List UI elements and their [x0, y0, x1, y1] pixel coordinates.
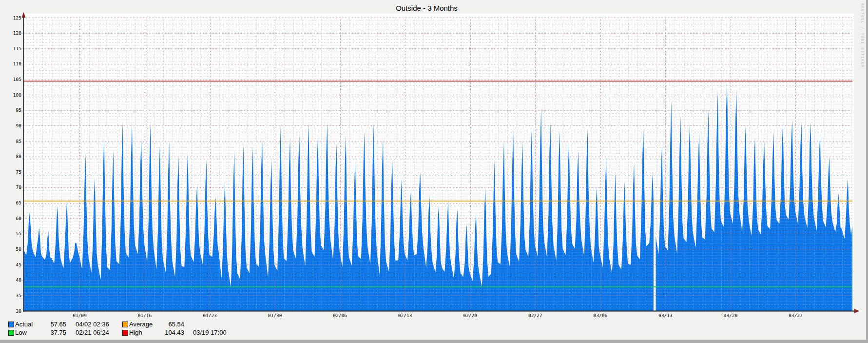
y-tick-label: 35 [16, 293, 21, 298]
x-tick-label: 03/13 [658, 313, 673, 318]
legend-value-average: 65.54 [145, 321, 184, 328]
x-tick-label: 03/06 [594, 313, 608, 318]
x-tick-label: 03/20 [724, 313, 738, 318]
legend-swatch-low [8, 330, 14, 336]
y-tick-label: 90 [16, 123, 22, 128]
legend-value-high: 104.43 [145, 329, 184, 336]
legend-swatch-high [122, 330, 128, 336]
rrdtool-watermark: RRDTOOL / TOBI OETIKER [860, 3, 865, 68]
y-tick-label: 100 [13, 92, 21, 98]
window-bottom-edge [0, 340, 868, 343]
legend: Actual57.6504/02 02:36Average65.54Low37.… [0, 320, 263, 340]
y-tick-label: 85 [16, 139, 21, 144]
y-tick-label: 50 [16, 246, 22, 252]
y-tick-label: 80 [16, 154, 22, 159]
legend-time-high: 03/19 17:00 [193, 329, 227, 336]
x-tick-label: 01/16 [138, 313, 152, 318]
y-tick-label: 30 [16, 308, 22, 314]
legend-value-low: 37.75 [32, 329, 66, 336]
y-tick-label: 55 [16, 231, 21, 236]
y-tick-label: 95 [16, 107, 21, 113]
legend-label-low: Low [15, 329, 27, 336]
legend-time-low: 02/21 06:24 [76, 329, 109, 336]
y-tick-label: 105 [13, 77, 21, 82]
legend-time-actual: 04/02 02:36 [76, 321, 109, 328]
y-tick-label: 125 [13, 15, 21, 20]
x-tick-label: 01/30 [268, 313, 282, 318]
legend-swatch-actual [8, 322, 14, 327]
y-tick-label: 70 [16, 184, 22, 190]
legend-label-actual: Actual [15, 321, 33, 328]
x-tick-label: 01/09 [73, 313, 87, 318]
y-tick-label: 45 [16, 262, 21, 267]
y-tick-label: 115 [13, 46, 21, 51]
x-tick-label: 02/27 [528, 313, 542, 318]
legend-label-high: High [129, 329, 142, 336]
y-tick-label: 75 [16, 169, 21, 175]
x-axis-labels: 01/0901/1601/2301/3002/0602/1302/2002/27… [73, 313, 803, 318]
legend-swatch-average [122, 322, 128, 327]
legend-value-actual: 57.65 [32, 321, 66, 328]
y-tick-label: 110 [13, 61, 21, 66]
x-tick-label: 02/06 [333, 313, 347, 318]
legend-row: Actual57.6504/02 02:36Average65.54 [0, 321, 263, 328]
x-tick-label: 02/13 [398, 313, 412, 318]
legend-row: Low37.7502/21 06:24High104.4303/19 17:00 [0, 329, 263, 337]
x-tick-label: 02/20 [463, 313, 477, 318]
x-tick-label: 01/23 [203, 313, 217, 318]
window-right-edge [866, 0, 868, 343]
y-tick-label: 60 [16, 216, 22, 221]
y-tick-label: 65 [16, 200, 21, 205]
y-axis-labels: 3035404550556065707580859095100105110115… [13, 15, 21, 314]
x-axis-arrow-icon [854, 309, 859, 313]
temperature-chart: 3035404550556065707580859095100105110115… [0, 0, 868, 343]
x-tick-label: 03/27 [789, 313, 803, 318]
y-tick-label: 120 [13, 30, 21, 36]
y-tick-label: 40 [16, 277, 22, 282]
